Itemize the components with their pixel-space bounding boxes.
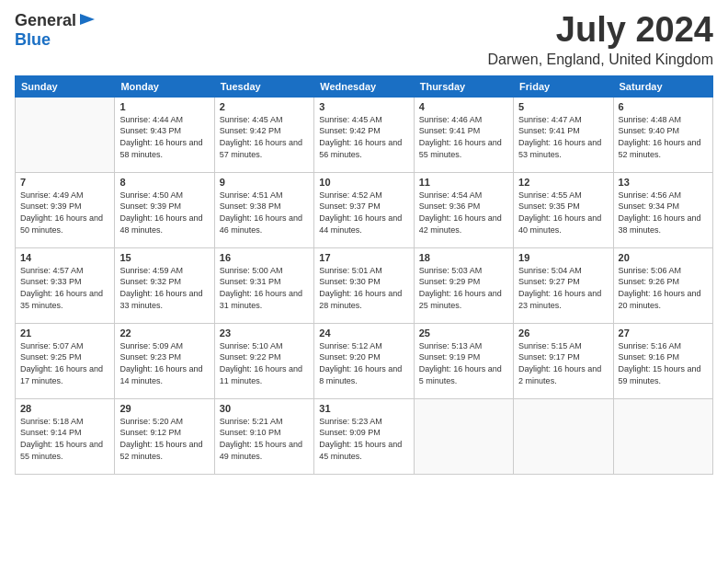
- day-number: 23: [220, 327, 309, 339]
- calendar-cell: 13Sunrise: 4:56 AMSunset: 9:34 PMDayligh…: [613, 172, 712, 247]
- day-number: 24: [319, 327, 408, 339]
- day-number: 11: [419, 177, 508, 188]
- day-info: Sunrise: 5:12 AMSunset: 9:20 PMDaylight:…: [319, 340, 408, 386]
- day-number: 15: [119, 252, 209, 263]
- weekday-header-friday: Friday: [514, 75, 613, 97]
- calendar-cell: 24Sunrise: 5:12 AMSunset: 9:20 PMDayligh…: [314, 323, 414, 398]
- day-info: Sunrise: 5:15 AMSunset: 9:17 PMDaylight:…: [518, 340, 608, 386]
- day-info: Sunrise: 4:45 AMSunset: 9:42 PMDaylight:…: [319, 114, 408, 160]
- day-number: 10: [319, 177, 408, 188]
- logo-blue-text: Blue: [15, 30, 51, 49]
- day-number: 1: [119, 101, 209, 112]
- day-info: Sunrise: 5:00 AMSunset: 9:31 PMDaylight:…: [220, 265, 309, 311]
- day-number: 26: [518, 327, 608, 339]
- day-number: 13: [619, 177, 708, 188]
- calendar-table: SundayMondayTuesdayWednesdayThursdayFrid…: [15, 75, 713, 475]
- calendar-cell: 9Sunrise: 4:51 AMSunset: 9:38 PMDaylight…: [214, 172, 313, 247]
- svg-marker-0: [80, 14, 95, 25]
- day-info: Sunrise: 4:47 AMSunset: 9:41 PMDaylight:…: [518, 114, 608, 160]
- calendar-cell: 27Sunrise: 5:16 AMSunset: 9:16 PMDayligh…: [613, 323, 712, 398]
- calendar-cell: 16Sunrise: 5:00 AMSunset: 9:31 PMDayligh…: [214, 247, 313, 323]
- calendar-cell: 28Sunrise: 5:18 AMSunset: 9:14 PMDayligh…: [16, 398, 115, 474]
- calendar-cell: [16, 97, 115, 172]
- calendar-cell: 26Sunrise: 5:15 AMSunset: 9:17 PMDayligh…: [514, 323, 613, 398]
- day-info: Sunrise: 4:57 AMSunset: 9:33 PMDaylight:…: [20, 265, 109, 311]
- day-info: Sunrise: 4:48 AMSunset: 9:40 PMDaylight:…: [619, 114, 708, 160]
- day-number: 5: [518, 101, 608, 112]
- day-info: Sunrise: 5:13 AMSunset: 9:19 PMDaylight:…: [419, 340, 508, 386]
- day-number: 27: [619, 327, 708, 339]
- day-number: 4: [419, 101, 508, 112]
- day-number: 19: [518, 252, 608, 263]
- day-info: Sunrise: 4:50 AMSunset: 9:39 PMDaylight:…: [119, 190, 209, 236]
- weekday-header-wednesday: Wednesday: [314, 75, 414, 97]
- weekday-header-saturday: Saturday: [613, 75, 712, 97]
- day-info: Sunrise: 4:49 AMSunset: 9:39 PMDaylight:…: [20, 190, 109, 236]
- day-info: Sunrise: 5:20 AMSunset: 9:12 PMDaylight:…: [119, 416, 209, 462]
- calendar-cell: 15Sunrise: 4:59 AMSunset: 9:32 PMDayligh…: [115, 247, 214, 323]
- day-info: Sunrise: 4:44 AMSunset: 9:43 PMDaylight:…: [119, 114, 209, 160]
- week-row-4: 21Sunrise: 5:07 AMSunset: 9:25 PMDayligh…: [16, 323, 713, 398]
- calendar-cell: 12Sunrise: 4:55 AMSunset: 9:35 PMDayligh…: [514, 172, 613, 247]
- calendar-cell: 31Sunrise: 5:23 AMSunset: 9:09 PMDayligh…: [314, 398, 414, 474]
- calendar-cell: [514, 398, 613, 474]
- day-number: 16: [220, 252, 309, 263]
- day-number: 21: [20, 327, 109, 339]
- calendar-cell: [414, 398, 513, 474]
- day-info: Sunrise: 5:10 AMSunset: 9:22 PMDaylight:…: [220, 340, 309, 386]
- day-info: Sunrise: 4:55 AMSunset: 9:35 PMDaylight:…: [518, 190, 608, 236]
- title-area: July 2024 Darwen, England, United Kingdo…: [488, 11, 713, 68]
- day-info: Sunrise: 4:56 AMSunset: 9:34 PMDaylight:…: [619, 190, 708, 236]
- day-number: 14: [20, 252, 109, 263]
- calendar-cell: 5Sunrise: 4:47 AMSunset: 9:41 PMDaylight…: [514, 97, 613, 172]
- month-title: July 2024: [488, 11, 713, 50]
- calendar-cell: 29Sunrise: 5:20 AMSunset: 9:12 PMDayligh…: [115, 398, 214, 474]
- day-info: Sunrise: 4:52 AMSunset: 9:37 PMDaylight:…: [319, 190, 408, 236]
- day-info: Sunrise: 5:04 AMSunset: 9:27 PMDaylight:…: [518, 265, 608, 311]
- calendar-cell: [613, 398, 712, 474]
- calendar-cell: 1Sunrise: 4:44 AMSunset: 9:43 PMDaylight…: [115, 97, 214, 172]
- day-info: Sunrise: 5:21 AMSunset: 9:10 PMDaylight:…: [220, 416, 309, 462]
- day-number: 7: [20, 177, 109, 188]
- day-number: 31: [319, 403, 408, 414]
- calendar-cell: 8Sunrise: 4:50 AMSunset: 9:39 PMDaylight…: [115, 172, 214, 247]
- calendar-cell: 25Sunrise: 5:13 AMSunset: 9:19 PMDayligh…: [414, 323, 513, 398]
- day-number: 2: [220, 101, 309, 112]
- day-info: Sunrise: 5:03 AMSunset: 9:29 PMDaylight:…: [419, 265, 508, 311]
- logo-flag-icon: [78, 12, 97, 30]
- calendar-cell: 11Sunrise: 4:54 AMSunset: 9:36 PMDayligh…: [414, 172, 513, 247]
- header: General Blue July 2024 Darwen, England, …: [15, 11, 713, 68]
- day-number: 12: [518, 177, 608, 188]
- calendar-cell: 14Sunrise: 4:57 AMSunset: 9:33 PMDayligh…: [16, 247, 115, 323]
- day-info: Sunrise: 4:45 AMSunset: 9:42 PMDaylight:…: [220, 114, 309, 160]
- day-number: 8: [119, 177, 209, 188]
- calendar-cell: 23Sunrise: 5:10 AMSunset: 9:22 PMDayligh…: [214, 323, 313, 398]
- weekday-header-monday: Monday: [115, 75, 214, 97]
- calendar-cell: 4Sunrise: 4:46 AMSunset: 9:41 PMDaylight…: [414, 97, 513, 172]
- day-info: Sunrise: 5:06 AMSunset: 9:26 PMDaylight:…: [619, 265, 708, 311]
- day-number: 22: [119, 327, 209, 339]
- calendar-cell: 2Sunrise: 4:45 AMSunset: 9:42 PMDaylight…: [214, 97, 313, 172]
- day-info: Sunrise: 4:59 AMSunset: 9:32 PMDaylight:…: [119, 265, 209, 311]
- day-info: Sunrise: 5:09 AMSunset: 9:23 PMDaylight:…: [119, 340, 209, 386]
- weekday-header-tuesday: Tuesday: [214, 75, 313, 97]
- page: General Blue July 2024 Darwen, England, …: [0, 0, 728, 563]
- day-info: Sunrise: 5:07 AMSunset: 9:25 PMDaylight:…: [20, 340, 109, 386]
- week-row-5: 28Sunrise: 5:18 AMSunset: 9:14 PMDayligh…: [16, 398, 713, 474]
- day-number: 25: [419, 327, 508, 339]
- week-row-3: 14Sunrise: 4:57 AMSunset: 9:33 PMDayligh…: [16, 247, 713, 323]
- calendar-cell: 30Sunrise: 5:21 AMSunset: 9:10 PMDayligh…: [214, 398, 313, 474]
- calendar-cell: 3Sunrise: 4:45 AMSunset: 9:42 PMDaylight…: [314, 97, 414, 172]
- day-number: 17: [319, 252, 408, 263]
- day-number: 3: [319, 101, 408, 112]
- logo-general-text: General: [15, 11, 76, 30]
- week-row-1: 1Sunrise: 4:44 AMSunset: 9:43 PMDaylight…: [16, 97, 713, 172]
- week-row-2: 7Sunrise: 4:49 AMSunset: 9:39 PMDaylight…: [16, 172, 713, 247]
- location-text: Darwen, England, United Kingdom: [488, 52, 713, 68]
- day-number: 20: [619, 252, 708, 263]
- weekday-header-row: SundayMondayTuesdayWednesdayThursdayFrid…: [16, 75, 713, 97]
- day-info: Sunrise: 4:46 AMSunset: 9:41 PMDaylight:…: [419, 114, 508, 160]
- day-number: 6: [619, 101, 708, 112]
- calendar-cell: 6Sunrise: 4:48 AMSunset: 9:40 PMDaylight…: [613, 97, 712, 172]
- day-number: 28: [20, 403, 109, 414]
